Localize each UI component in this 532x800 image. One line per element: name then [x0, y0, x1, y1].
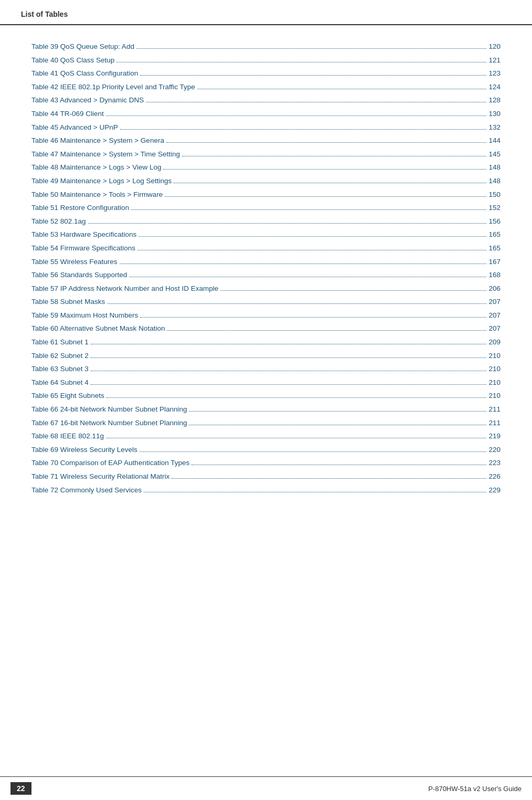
toc-content: Table 39 QoS Queue Setup: Add120Table 40… [0, 25, 532, 776]
toc-entry-dots [91, 357, 487, 358]
toc-entry[interactable]: Table 69 Wireless Security Levels220 [31, 444, 501, 456]
toc-entry-page: 120 [488, 41, 501, 52]
toc-entry[interactable]: Table 51 Restore Configuration152 [31, 202, 501, 214]
toc-entry-page: 132 [488, 122, 501, 133]
toc-entry-dots [139, 236, 486, 237]
toc-entry[interactable]: Table 68 IEEE 802.11g219 [31, 430, 501, 442]
toc-entry[interactable]: Table 52 802.1ag156 [31, 216, 501, 227]
toc-entry-label: Table 52 802.1ag [31, 216, 86, 227]
toc-entry[interactable]: Table 67 16-bit Network Number Subnet Pl… [31, 417, 501, 429]
toc-entry-label: Table 49 Maintenance > Logs > Log Settin… [31, 175, 172, 187]
toc-entry-label: Table 61 Subnet 1 [31, 336, 89, 348]
toc-entry-label: Table 50 Maintenance > Tools > Firmware [31, 189, 163, 201]
toc-entry[interactable]: Table 57 IP Address Network Number and H… [31, 283, 501, 294]
toc-entry-dots [182, 156, 487, 156]
toc-entry[interactable]: Table 47 Maintenance > System > Time Set… [31, 149, 501, 160]
toc-entry-page: 168 [488, 269, 501, 281]
toc-entry[interactable]: Table 39 QoS Queue Setup: Add120 [31, 41, 501, 52]
toc-entry-label: Table 46 Maintenance > System > Genera [31, 135, 164, 146]
toc-entry[interactable]: Table 50 Maintenance > Tools > Firmware1… [31, 189, 501, 201]
toc-entry-label: Table 62 Subnet 2 [31, 350, 89, 362]
toc-entry-label: Table 63 Subnet 3 [31, 363, 89, 375]
toc-entry-page: 167 [488, 256, 501, 268]
page-footer: 22 P-870HW-51a v2 User's Guide [0, 776, 532, 800]
toc-entry-page: 210 [488, 350, 501, 362]
toc-entry-label: Table 47 Maintenance > System > Time Set… [31, 149, 180, 160]
toc-entry-page: 121 [488, 55, 501, 66]
toc-entry[interactable]: Table 43 Advanced > Dynamic DNS128 [31, 94, 501, 106]
toc-entry[interactable]: Table 63 Subnet 3210 [31, 363, 501, 375]
toc-entry-dots [129, 277, 486, 277]
toc-entry-dots [91, 344, 487, 344]
toc-entry-label: Table 60 Alternative Subnet Mask Notatio… [31, 323, 165, 334]
toc-entry[interactable]: Table 44 TR-069 Client130 [31, 108, 501, 120]
toc-entry[interactable]: Table 61 Subnet 1209 [31, 336, 501, 348]
toc-entry[interactable]: Table 72 Commonly Used Services229 [31, 485, 501, 496]
toc-entry[interactable]: Table 65 Eight Subnets210 [31, 390, 501, 402]
toc-entry-dots [107, 303, 486, 304]
toc-entry[interactable]: Table 59 Maximum Host Numbers207 [31, 310, 501, 321]
toc-entry[interactable]: Table 42 IEEE 802.1p Priority Level and … [31, 81, 501, 93]
toc-entry-page: 148 [488, 175, 501, 187]
toc-entry[interactable]: Table 58 Subnet Masks207 [31, 296, 501, 308]
toc-entry[interactable]: Table 49 Maintenance > Logs > Log Settin… [31, 175, 501, 187]
toc-entry-dots [220, 290, 486, 291]
toc-entry[interactable]: Table 60 Alternative Subnet Mask Notatio… [31, 323, 501, 334]
toc-entry[interactable]: Table 66 24-bit Network Number Subnet Pl… [31, 404, 501, 415]
toc-entry-dots [166, 142, 487, 143]
toc-entry[interactable]: Table 71 Wireless Security Relational Ma… [31, 471, 501, 482]
toc-entry-label: Table 39 QoS Queue Setup: Add [31, 41, 134, 52]
toc-entry-label: Table 57 IP Address Network Number and H… [31, 283, 218, 294]
toc-entry-dots [167, 330, 486, 331]
toc-entry-page: 150 [488, 189, 501, 201]
toc-entry[interactable]: Table 54 Firmware Specifications165 [31, 243, 501, 254]
toc-entry-dots [163, 169, 486, 170]
toc-entry-label: Table 51 Restore Configuration [31, 202, 129, 214]
toc-entry-page: 226 [488, 471, 501, 482]
toc-entry-label: Table 67 16-bit Network Number Subnet Pl… [31, 417, 187, 429]
toc-entry-page: 152 [488, 202, 501, 214]
toc-entry-label: Table 58 Subnet Masks [31, 296, 105, 308]
toc-entry-page: 209 [488, 336, 501, 348]
toc-entry-dots [107, 397, 487, 398]
toc-entry-dots [189, 425, 486, 425]
toc-entry-dots [189, 411, 486, 412]
toc-entry-label: Table 72 Commonly Used Services [31, 485, 142, 496]
toc-entry[interactable]: Table 62 Subnet 2210 [31, 350, 501, 362]
toc-entry[interactable]: Table 70 Comparison of EAP Authenticatio… [31, 457, 501, 469]
toc-entry[interactable]: Table 56 Standards Supported168 [31, 269, 501, 281]
toc-entry-label: Table 40 QoS Class Setup [31, 55, 114, 66]
toc-entry[interactable]: Table 48 Maintenance > Logs > View Log14… [31, 162, 501, 173]
footer-page-number: 22 [10, 782, 31, 795]
toc-entry-dots [191, 465, 486, 465]
toc-entry[interactable]: Table 53 Hardware Specifications165 [31, 229, 501, 240]
toc-entry-label: Table 48 Maintenance > Logs > View Log [31, 162, 161, 173]
header-title: List of Tables [21, 10, 68, 18]
toc-entry-page: 207 [488, 310, 501, 321]
toc-entry-label: Table 70 Comparison of EAP Authenticatio… [31, 457, 189, 469]
toc-entry-dots [140, 317, 486, 318]
toc-entry-page: 123 [488, 68, 501, 79]
toc-entry-label: Table 42 IEEE 802.1p Priority Level and … [31, 81, 195, 93]
toc-entry-label: Table 65 Eight Subnets [31, 390, 104, 402]
toc-entry-page: 220 [488, 444, 501, 456]
toc-entry[interactable]: Table 41 QoS Class Configuration123 [31, 68, 501, 79]
toc-entry[interactable]: Table 46 Maintenance > System > Genera14… [31, 135, 501, 146]
toc-entry[interactable]: Table 64 Subnet 4210 [31, 377, 501, 388]
toc-entry[interactable]: Table 40 QoS Class Setup121 [31, 55, 501, 66]
toc-entry-label: Table 71 Wireless Security Relational Ma… [31, 471, 169, 482]
toc-entry-label: Table 43 Advanced > Dynamic DNS [31, 94, 144, 106]
toc-entry-label: Table 45 Advanced > UPnP [31, 122, 118, 133]
toc-entry[interactable]: Table 55 Wireless Features167 [31, 256, 501, 268]
toc-entry-page: 165 [488, 243, 501, 254]
toc-entry-dots [120, 129, 487, 130]
toc-entry-label: Table 44 TR-069 Client [31, 108, 104, 120]
toc-entry-dots [172, 478, 486, 479]
toc-entry-page: 229 [488, 485, 501, 496]
toc-entry-dots [174, 183, 486, 183]
toc-entry-label: Table 53 Hardware Specifications [31, 229, 136, 240]
toc-entry-page: 210 [488, 390, 501, 402]
toc-entry-dots [106, 438, 486, 438]
toc-entry-dots [137, 250, 486, 250]
toc-entry[interactable]: Table 45 Advanced > UPnP132 [31, 122, 501, 133]
